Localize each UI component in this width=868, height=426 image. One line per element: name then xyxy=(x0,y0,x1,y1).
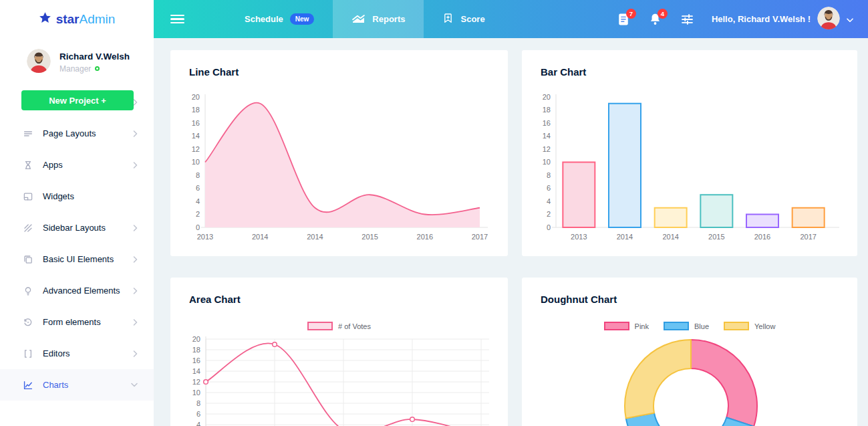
reports-icon xyxy=(351,12,366,26)
doughnut-chart-title: Doughnut Chart xyxy=(541,294,617,305)
doughnut-chart-card: Doughnut Chart Pink Blue Yellow xyxy=(522,278,857,426)
svg-text:2015: 2015 xyxy=(708,233,724,241)
svg-text:4: 4 xyxy=(547,197,551,205)
profile-role: Manager xyxy=(59,64,91,74)
svg-text:20: 20 xyxy=(192,335,200,343)
svg-text:2017: 2017 xyxy=(472,233,488,241)
navbar-avatar xyxy=(817,7,840,32)
advanced-elements-icon xyxy=(23,286,33,296)
svg-text:2013: 2013 xyxy=(571,233,587,241)
new-project-button[interactable]: New Project + xyxy=(21,90,134,110)
app-window: starAdmin Richard V.Welsh Manager xyxy=(0,0,868,426)
sidebar-menu: Dashboard Page Layouts Apps Widgets Side… xyxy=(0,86,154,401)
apps-icon xyxy=(23,160,33,171)
sidebar-item-widgets[interactable]: Widgets xyxy=(0,181,154,212)
navbar-menu: Schedule New Reports Score xyxy=(226,0,504,38)
svg-text:4: 4 xyxy=(196,197,200,205)
new-badge: New xyxy=(290,13,315,25)
profile-name: Richard V.Welsh xyxy=(59,51,130,62)
brand-logo[interactable]: starAdmin xyxy=(0,0,154,38)
svg-text:0: 0 xyxy=(196,223,200,231)
svg-text:14: 14 xyxy=(192,132,200,140)
online-dot xyxy=(95,66,100,71)
sidebar-item-basic-ui-elements[interactable]: Basic UI Elements xyxy=(0,243,154,275)
area-chart-canvas: 0246810121416182020132014201520162017 xyxy=(182,319,496,426)
widgets-icon xyxy=(23,191,33,202)
svg-text:8: 8 xyxy=(196,399,200,407)
chevron-right-icon xyxy=(133,162,138,169)
chevron-right-icon xyxy=(133,99,138,106)
bar-chart-title: Bar Chart xyxy=(541,66,586,78)
messages-icon[interactable]: 7 xyxy=(617,13,631,26)
svg-text:18: 18 xyxy=(192,346,200,354)
sidebar-item-editors[interactable]: Editors xyxy=(0,338,154,369)
chevron-right-icon xyxy=(133,288,138,294)
navbar-right: 7 4 Hello, Richard V.Welsh ! xyxy=(617,0,853,38)
svg-text:6: 6 xyxy=(196,184,200,192)
chevron-down-icon xyxy=(131,383,138,387)
sidebar-item-page-layouts[interactable]: Page Layouts xyxy=(0,118,154,149)
svg-text:2017: 2017 xyxy=(800,233,816,241)
svg-text:16: 16 xyxy=(192,119,200,127)
area-chart-card: Area Chart # of Votes 024681012141618202… xyxy=(170,278,508,426)
svg-text:8: 8 xyxy=(196,171,200,179)
brand-text-primary: star xyxy=(56,12,80,26)
sidebar-layouts-icon xyxy=(23,223,33,233)
svg-text:10: 10 xyxy=(192,389,200,397)
svg-text:2014: 2014 xyxy=(617,233,633,241)
nav-item-schedule[interactable]: Schedule New xyxy=(226,0,333,38)
chevron-right-icon xyxy=(133,350,138,357)
svg-text:12: 12 xyxy=(192,145,200,153)
svg-text:10: 10 xyxy=(192,158,200,166)
notifications-icon[interactable]: 4 xyxy=(649,13,662,26)
svg-text:0: 0 xyxy=(547,223,551,231)
svg-text:2015: 2015 xyxy=(361,233,378,241)
form-elements-icon xyxy=(23,317,33,328)
page-layouts-icon xyxy=(23,128,33,139)
svg-text:2016: 2016 xyxy=(417,233,433,241)
svg-text:6: 6 xyxy=(547,184,551,192)
svg-text:14: 14 xyxy=(192,367,200,375)
chevron-right-icon xyxy=(133,256,138,263)
brand-text-secondary: Admin xyxy=(80,12,116,26)
greeting-text: Hello, Richard V.Welsh ! xyxy=(712,14,811,24)
svg-text:4: 4 xyxy=(196,421,200,426)
editors-icon xyxy=(23,348,33,359)
menu-icon[interactable] xyxy=(170,13,184,26)
sidebar-item-sidebar-layouts[interactable]: Sidebar Layouts xyxy=(0,212,154,243)
alerts-count-badge: 4 xyxy=(658,9,668,19)
svg-text:16: 16 xyxy=(192,356,200,364)
area-chart-title: Area Chart xyxy=(189,294,241,305)
settings-icon[interactable] xyxy=(680,13,694,26)
sidebar-item-advanced-elements[interactable]: Advanced Elements xyxy=(0,275,154,306)
svg-text:2013: 2013 xyxy=(197,233,213,241)
sidebar-item-charts[interactable]: Charts xyxy=(0,369,154,401)
user-profile[interactable]: Richard V.Welsh Manager xyxy=(0,38,154,76)
svg-text:12: 12 xyxy=(543,145,551,153)
user-menu[interactable]: Hello, Richard V.Welsh ! xyxy=(712,7,853,32)
nav-item-score[interactable]: Score xyxy=(424,0,503,38)
sidebar-item-apps[interactable]: Apps xyxy=(0,149,154,181)
sidebar-item-form-elements[interactable]: Form elements xyxy=(0,306,154,338)
svg-text:12: 12 xyxy=(192,378,200,386)
profile-avatar xyxy=(27,49,51,76)
doughnut-chart-canvas xyxy=(597,329,784,426)
svg-text:10: 10 xyxy=(543,158,551,166)
svg-text:2014: 2014 xyxy=(662,233,678,241)
bar-chart-canvas: 0246810121416182020132014201420152016201… xyxy=(534,88,848,248)
svg-text:18: 18 xyxy=(192,106,200,114)
charts-icon xyxy=(23,380,33,391)
messages-count-badge: 7 xyxy=(626,9,636,19)
svg-text:18: 18 xyxy=(543,106,551,114)
svg-text:2: 2 xyxy=(196,210,200,218)
svg-text:6: 6 xyxy=(196,410,200,418)
svg-text:2: 2 xyxy=(547,210,551,218)
score-icon xyxy=(442,11,454,27)
svg-text:2016: 2016 xyxy=(754,233,770,241)
svg-text:20: 20 xyxy=(192,93,200,101)
svg-text:20: 20 xyxy=(543,93,551,101)
svg-text:16: 16 xyxy=(543,119,551,127)
svg-text:14: 14 xyxy=(543,132,551,140)
nav-item-reports[interactable]: Reports xyxy=(333,0,424,38)
line-chart-canvas: 0246810121416182020132014201420152016201… xyxy=(182,88,496,248)
